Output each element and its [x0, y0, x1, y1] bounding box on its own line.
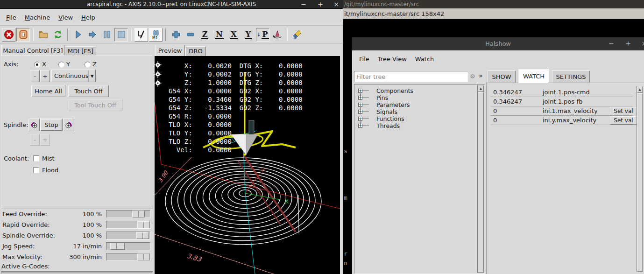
zoom-in-button[interactable] [169, 28, 183, 42]
menu-item[interactable]: Help [77, 13, 99, 22]
set-val-button[interactable]: Set val [610, 116, 637, 125]
spindle-stop-button[interactable]: Stop [40, 119, 63, 131]
menu-item[interactable]: Tree View [374, 54, 411, 64]
tree-item-label[interactable]: Signals [376, 108, 397, 115]
menu-item[interactable]: Watch [411, 54, 438, 64]
tree-item[interactable]: + Functions [354, 115, 476, 122]
spindle-ccw-button[interactable] [28, 119, 40, 131]
spindle-minus-button[interactable]: - [30, 134, 40, 146]
watch-row[interactable]: 0 ini.1.max_velocity Set val [490, 106, 633, 116]
preview-canvas[interactable]: 3.90 3.83 [155, 56, 340, 274]
gear-icon[interactable]: ⚙ [470, 73, 475, 80]
watch-row[interactable]: 0.346247 joint.1.pos-cmd [490, 88, 633, 97]
watch-row[interactable]: 0.346247 joint.1.pos-fb [490, 97, 633, 106]
stop-program-button[interactable] [114, 28, 128, 42]
radio-axis-z[interactable] [85, 62, 91, 68]
home-all-button[interactable]: Home All [31, 85, 65, 97]
tree-item-label[interactable]: Threads [376, 122, 400, 129]
pause-button[interactable] [100, 28, 113, 42]
axis-titlebar[interactable]: arcspiral.ngc - AXIS 2.10.0~pre1 on Linu… [0, 0, 343, 9]
zoom-out-button[interactable] [184, 28, 197, 42]
radio-axis-y[interactable] [58, 62, 64, 68]
feed-override-slider[interactable] [106, 210, 150, 218]
run-button[interactable] [71, 28, 85, 42]
skip-lines-button[interactable] [134, 28, 148, 42]
tree-scrollbar[interactable]: ▲ [477, 85, 484, 273]
tab-manual-control[interactable]: Manual Control [F3] [1, 45, 64, 56]
view-z-button[interactable]: Z [198, 28, 212, 42]
view-perspective-button[interactable]: ↓ P [256, 28, 269, 42]
watch-scrollbar[interactable]: ▲ [637, 86, 643, 272]
chevron-down-icon[interactable]: ▼ [88, 70, 95, 82]
tree-item[interactable]: + Components [354, 87, 476, 94]
slider-thumb[interactable] [110, 243, 125, 250]
view-x-button[interactable]: X [227, 28, 241, 42]
tree-item[interactable]: + Pins [354, 94, 476, 101]
filter-tree-input[interactable] [354, 71, 468, 82]
slider-thumb[interactable] [137, 221, 150, 228]
mist-checkbox[interactable] [33, 155, 39, 162]
slider-thumb[interactable] [137, 253, 150, 260]
toolbar-separator [67, 28, 68, 41]
scroll-up-icon[interactable]: ▲ [637, 86, 643, 93]
estop-button[interactable] [2, 28, 15, 42]
tab-mdi[interactable]: MDI [F5] [65, 46, 96, 56]
rotate-view-button[interactable] [270, 28, 284, 42]
minus-icon [185, 29, 196, 40]
tab-settings[interactable]: SETTINGS [552, 70, 590, 83]
menu-item[interactable]: View [54, 13, 77, 22]
machine-power-button[interactable] [16, 28, 30, 42]
tree-item[interactable]: + Parameters [354, 101, 476, 108]
max-velocity-slider[interactable] [106, 253, 150, 261]
terminal-tab-strip[interactable]: it/mylinuxcnc-master/src 158x42 [343, 8, 644, 19]
tab-preview[interactable]: Preview [155, 45, 185, 56]
close-button[interactable]: × [640, 37, 644, 50]
spindle-plus-button[interactable]: + [40, 134, 50, 146]
view-z-back-button[interactable]: N [212, 28, 226, 42]
slider-thumb[interactable] [136, 232, 149, 239]
open-file-button[interactable] [36, 28, 50, 42]
radio-axis-x[interactable] [34, 62, 40, 68]
menu-item[interactable]: File [2, 13, 21, 22]
tree-item-label[interactable]: Functions [376, 115, 404, 122]
close-button[interactable]: × [331, 0, 342, 9]
jog-mode-combobox[interactable]: Continuous ▼ [51, 70, 96, 82]
menu-item[interactable]: Machine [21, 13, 54, 22]
maximize-button[interactable]: + [624, 37, 632, 50]
tree-item-label[interactable]: Parameters [376, 101, 410, 108]
halshow-titlebar[interactable]: Halshow − + × [352, 37, 644, 50]
jog-speed-slider[interactable] [106, 242, 150, 250]
tree-item[interactable]: + Signals [354, 108, 476, 115]
jog-minus-button[interactable]: - [30, 70, 40, 82]
spindle-cw-button[interactable] [63, 119, 74, 131]
tree-item[interactable]: + Threads [354, 122, 476, 129]
maximize-button[interactable]: + [315, 0, 326, 9]
minimize-button[interactable]: − [298, 0, 309, 9]
tool-touch-off-button[interactable]: Tool Touch Off [68, 99, 122, 111]
flood-checkbox[interactable] [33, 167, 39, 173]
watch-row[interactable]: 0 ini.y.max_velocity Set val [490, 116, 633, 125]
jog-plus-button[interactable]: + [40, 70, 50, 82]
tree-item-label[interactable]: Components [376, 87, 413, 94]
menu-item[interactable]: File [355, 54, 374, 64]
touch-off-button[interactable]: Touch Off [68, 85, 109, 97]
minimize-button[interactable]: − [607, 37, 616, 50]
rapid-override-slider[interactable] [106, 221, 150, 229]
tab-show[interactable]: SHOW [488, 70, 516, 83]
letter-x-icon: X [230, 30, 237, 39]
tab-dro[interactable]: DRO [185, 46, 206, 56]
tree-item-label[interactable]: Pins [376, 94, 388, 101]
chevron-more-icon[interactable]: » [479, 72, 483, 79]
reload-button[interactable] [51, 28, 64, 42]
scrollbar-thumb[interactable] [478, 92, 484, 273]
slider-thumb[interactable] [132, 211, 145, 218]
view-y-button[interactable]: Y [241, 28, 255, 42]
spindle-override-slider[interactable] [106, 232, 150, 239]
step-button[interactable] [85, 28, 99, 42]
clear-plot-button[interactable] [290, 28, 304, 42]
set-val-button[interactable]: Set val [610, 107, 637, 115]
scrollbar-thumb[interactable] [637, 93, 643, 272]
tab-watch[interactable]: WATCH [518, 69, 549, 83]
optional-pause-button[interactable]: M1 [149, 28, 163, 42]
scroll-up-icon[interactable]: ▲ [478, 85, 484, 92]
